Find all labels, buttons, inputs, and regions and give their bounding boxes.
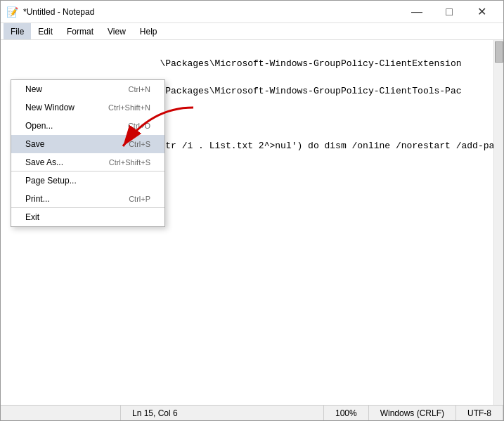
menu-edit[interactable]: Edit — [31, 23, 60, 39]
menu-item-open-label: Open... — [25, 121, 128, 131]
menu-item-exit[interactable]: Exit — [11, 208, 164, 226]
menu-item-new-shortcut: Ctrl+N — [129, 85, 150, 93]
app-icon: 📝 — [6, 6, 18, 18]
menu-item-open[interactable]: Open... Ctrl+O — [11, 117, 164, 135]
menu-item-save-label: Save — [25, 139, 129, 149]
status-line-ending: Windows (CRLF) — [369, 406, 456, 420]
menu-item-save[interactable]: Save Ctrl+S — [11, 135, 164, 153]
menu-help[interactable]: Help — [133, 23, 164, 39]
menu-item-page-setup[interactable]: Page Setup... — [11, 171, 164, 190]
scrollbar-thumb[interactable] — [495, 41, 503, 63]
scrollbar-vertical[interactable] — [493, 40, 503, 405]
window-title: *Untitled - Notepad — [23, 7, 94, 17]
menu-bar: File Edit Format View Help — [1, 23, 503, 40]
menu-item-save-as-label: Save As... — [25, 157, 109, 167]
status-zoom: 100% — [324, 406, 369, 420]
menu-item-new-window-shortcut: Ctrl+Shift+N — [108, 103, 150, 112]
minimize-button[interactable]: — — [401, 1, 433, 23]
menu-item-new-window[interactable]: New Window Ctrl+Shift+N — [11, 98, 164, 117]
menu-item-exit-label: Exit — [25, 212, 150, 222]
title-bar-controls: — □ ✕ — [401, 1, 498, 23]
menu-item-print[interactable]: Print... Ctrl+P — [11, 190, 164, 208]
menu-item-print-shortcut: Ctrl+P — [129, 195, 150, 203]
menu-item-save-as-shortcut: Ctrl+Shift+S — [109, 158, 150, 167]
maximize-button[interactable]: □ — [433, 1, 465, 23]
notepad-window: 📝 *Untitled - Notepad — □ ✕ File Edit Fo… — [0, 0, 504, 421]
menu-item-new-label: New — [25, 84, 129, 94]
status-encoding: UTF-8 — [456, 406, 503, 420]
menu-format[interactable]: Format — [60, 23, 101, 39]
main-area: \Packages\Microsoft-Windows-GroupPolicy-… — [1, 40, 503, 405]
menu-view[interactable]: View — [101, 23, 133, 39]
menu-item-open-shortcut: Ctrl+O — [128, 122, 150, 130]
menu-item-new-window-label: New Window — [25, 103, 108, 112]
menu-item-save-shortcut: Ctrl+S — [129, 140, 150, 148]
menu-item-print-label: Print... — [25, 194, 129, 204]
menu-item-new[interactable]: New Ctrl+N — [11, 80, 164, 98]
title-bar-left: 📝 *Untitled - Notepad — [6, 6, 94, 18]
status-position: Ln 15, Col 6 — [120, 406, 324, 420]
title-bar: 📝 *Untitled - Notepad — □ ✕ — [1, 1, 503, 23]
menu-item-save-as[interactable]: Save As... Ctrl+Shift+S — [11, 153, 164, 171]
status-bar: Ln 15, Col 6 100% Windows (CRLF) UTF-8 — [1, 405, 503, 420]
close-button[interactable]: ✕ — [465, 1, 498, 23]
menu-file[interactable]: File — [4, 23, 31, 39]
editor-line-1: \Packages\Microsoft-Windows-GroupPolicy-… — [50, 58, 461, 69]
file-dropdown-menu: New Ctrl+N New Window Ctrl+Shift+N Open.… — [11, 79, 165, 227]
menu-item-page-setup-label: Page Setup... — [25, 176, 150, 186]
